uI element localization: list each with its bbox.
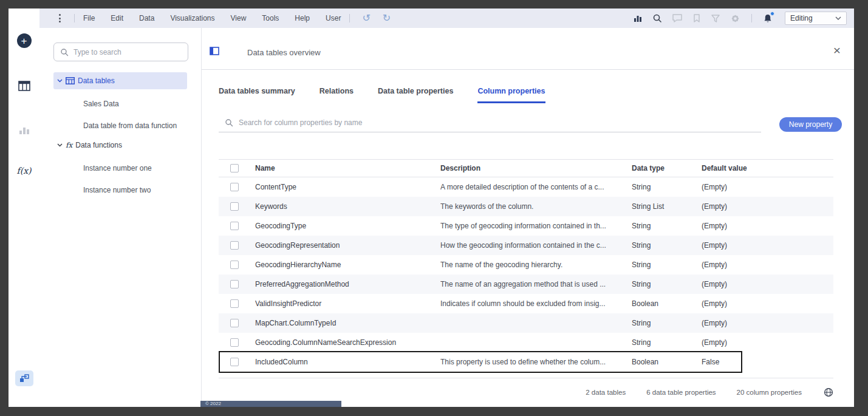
cell-data-type: String List [632,202,702,211]
cell-description: How the geocoding information contained … [440,241,632,250]
table-row[interactable]: Geocoding.ColumnNameSearchExpressionStri… [219,333,833,352]
tree-item-instance-number-two[interactable]: Instance number two [53,179,187,201]
property-search [219,116,761,132]
tab-data-tables-summary[interactable]: Data tables summary [219,87,295,103]
data-table-icon [66,77,75,84]
cell-description: A more detailed description of the conte… [440,183,632,191]
panel-search-input[interactable] [73,48,182,56]
row-checkbox[interactable] [230,299,239,308]
add-button[interactable]: + [9,30,39,51]
cell-name: IncludedColumn [255,358,440,366]
undo-icon[interactable]: ↺ [362,13,370,23]
globe-icon[interactable] [824,387,833,397]
menu-edit[interactable]: Edit [111,14,123,22]
data-canvas-rail-button[interactable] [9,368,39,389]
tree-item-data-table-from-data-function[interactable]: Data table from data function [53,115,187,137]
select-all-checkbox[interactable] [230,164,239,172]
close-icon[interactable]: × [833,44,841,56]
toolbar-right: Editing [633,12,847,25]
tree-item-sales-data[interactable]: Sales Data [53,93,187,115]
row-checkbox[interactable] [230,319,239,327]
menu-visualizations[interactable]: Visualizations [170,14,214,22]
menu-user[interactable]: User [326,14,341,22]
cell-default-value: False [702,358,833,366]
cell-default-value: (Empty) [702,241,833,250]
table-row[interactable]: ValidInsightPredictorIndicates if column… [219,294,833,313]
cell-data-type: String [632,280,702,288]
column-header-description: Description [440,164,632,172]
top-toolbar: FileEditDataVisualizationsViewToolsHelpU… [39,9,854,28]
tab-column-properties[interactable]: Column properties [477,87,545,103]
tree-item-instance-number-one[interactable]: Instance number one [53,157,187,179]
row-checkbox[interactable] [230,222,239,230]
table-row[interactable]: GeocodingHierarchyNameThe name of the ge… [219,255,833,274]
menu-view[interactable]: View [231,14,247,22]
mode-label: Editing [790,14,813,22]
chevron-down-icon [835,16,841,20]
cell-description: This property is used to define whether … [440,358,632,366]
cell-description: The type of geocoding information contai… [440,222,632,230]
row-checkbox[interactable] [230,202,239,211]
row-checkbox[interactable] [230,241,239,250]
recommendations-icon[interactable] [633,13,643,23]
notifications-bell-icon[interactable] [763,13,773,24]
bookmarks-icon[interactable] [692,13,701,23]
row-checkbox[interactable] [230,280,239,288]
search-icon [60,48,69,56]
cell-name: GeocodingType [255,222,440,230]
tab-data-table-properties[interactable]: Data table properties [378,87,453,103]
cell-data-type: String [632,261,702,269]
data-functions-rail-button[interactable]: f(x) [9,160,39,181]
row-checkbox[interactable] [230,338,239,347]
chevron-down-icon[interactable] [57,79,63,83]
row-checkbox[interactable] [230,358,239,366]
column-header-data-type: Data type [632,164,702,172]
page-title: Data tables overview [247,48,321,57]
comments-icon[interactable] [672,13,683,23]
tree-group-data-tables[interactable]: Data tables [53,72,187,89]
data-canvas-icon [15,370,33,386]
data-table-properties-count: 6 data table properties [646,389,716,396]
left-panel: Data tablesSales DataData table from dat… [39,28,202,407]
filters-icon[interactable] [711,14,720,23]
data-tables-rail-button[interactable] [9,75,39,96]
property-search-input[interactable] [239,118,761,127]
row-checkbox[interactable] [230,261,239,269]
settings-gear-icon[interactable] [730,13,740,24]
fx-icon: fx [66,141,72,149]
table-row[interactable]: GeocodingRepresentationHow the geocoding… [219,236,833,255]
search-icon[interactable] [652,13,662,23]
tree-item-label: Data table from data function [83,121,177,130]
panel-toggle-icon[interactable] [210,47,219,55]
table-row[interactable]: MapChart.ColumnTypeIdString(Empty) [219,313,833,333]
visualizations-rail-button[interactable] [9,120,39,140]
table-row[interactable]: KeywordsThe keywords of the column.Strin… [219,197,833,216]
table-row[interactable]: IncludedColumnThis property is used to d… [219,352,833,372]
redo-icon[interactable]: ↻ [383,13,391,23]
table-row[interactable]: PreferredAggregationMethodThe name of an… [219,274,833,294]
table-row[interactable]: ContentTypeA more detailed description o… [219,177,833,197]
table-body: ContentTypeA more detailed description o… [219,177,833,372]
cell-description: The name of an aggregation method that i… [440,280,632,288]
menu-file[interactable]: File [83,14,95,22]
menu-tools[interactable]: Tools [262,14,279,22]
cell-description: The keywords of the column. [440,202,632,211]
tree-group-label: Data tables [78,77,115,85]
kebab-menu-icon[interactable] [56,12,63,25]
table-row[interactable]: GeocodingTypeThe type of geocoding infor… [219,216,833,236]
mode-selector[interactable]: Editing [785,12,847,25]
partial-footer: © 2022 [200,401,341,407]
tree-item-label: Instance number two [83,186,151,194]
new-property-button[interactable]: New property [779,117,842,132]
tree-group-data-functions[interactable]: fxData functions [53,137,187,154]
divider [349,14,350,22]
chevron-down-icon[interactable] [57,143,63,147]
row-checkbox[interactable] [230,183,239,191]
menu-help[interactable]: Help [295,14,310,22]
cell-default-value: (Empty) [702,319,833,327]
menu-data[interactable]: Data [139,14,154,22]
tab-relations[interactable]: Relations [320,87,354,103]
cell-name: PreferredAggregationMethod [255,280,440,288]
tree-item-label: Sales Data [83,100,119,108]
cell-data-type: String [632,241,702,250]
